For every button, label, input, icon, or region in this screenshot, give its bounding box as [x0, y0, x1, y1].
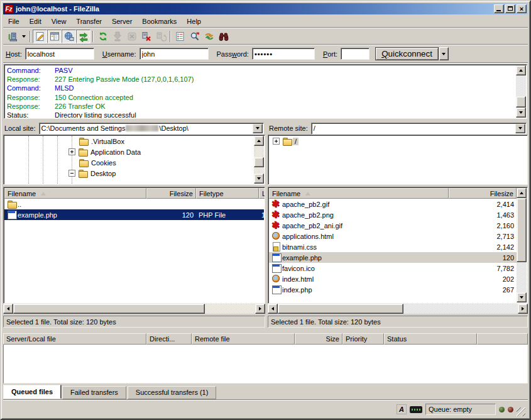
scroll-left-button[interactable] — [268, 304, 278, 314]
column-header-status[interactable]: Status — [384, 333, 477, 345]
local-site-combo[interactable]: C:\Documents and Settings\Desktop\ — [39, 123, 264, 135]
scrollbar-track[interactable] — [517, 198, 527, 292]
file-row[interactable]: index.php267 — [269, 284, 517, 295]
maximize-button[interactable] — [505, 4, 515, 13]
tab-queued-files[interactable]: Queued files — [3, 385, 61, 399]
resize-grip[interactable] — [517, 407, 525, 416]
column-header-filetype[interactable]: Filetype — [196, 188, 259, 199]
column-header-priority[interactable]: Priority — [342, 333, 384, 345]
toggle-local-tree-button[interactable] — [47, 30, 62, 43]
scrollbar-thumb[interactable] — [278, 304, 403, 314]
scroll-right-button[interactable] — [518, 304, 528, 314]
file-row[interactable]: apache_pb2.png1,463 — [269, 209, 517, 220]
file-row[interactable]: apache_pb2.gif2,414 — [269, 199, 517, 209]
log-line: Response:150 Connection accepted — [5, 93, 516, 102]
column-header-filename[interactable]: Filename — [4, 188, 146, 199]
local-site-dropdown-button[interactable] — [253, 124, 263, 133]
log-vertical-scrollbar[interactable] — [516, 65, 526, 118]
site-manager-dropdown-button[interactable] — [19, 30, 28, 43]
tree-item-root[interactable]: / — [269, 136, 527, 146]
column-header-filesize[interactable]: Filesize — [146, 188, 196, 199]
scroll-right-button[interactable] — [255, 304, 265, 314]
process-queue-button[interactable] — [110, 30, 124, 43]
username-input[interactable] — [140, 48, 209, 60]
column-header-filesize[interactable]: Filesize — [449, 188, 517, 199]
file-row[interactable]: bitnami.css2,142 — [269, 241, 517, 252]
tree-item-cookies[interactable]: Cookies — [4, 157, 254, 168]
synchronized-browsing-button[interactable] — [202, 30, 216, 43]
file-row-example-php[interactable]: example.php 120 PHP File 1 — [4, 209, 264, 220]
scroll-left-button[interactable] — [3, 304, 13, 314]
scroll-up-button[interactable] — [254, 136, 264, 146]
scrollbar-thumb[interactable] — [254, 157, 264, 167]
remote-list-vertical-scrollbar[interactable] — [517, 188, 527, 302]
remote-site-dropdown-button[interactable] — [515, 124, 525, 133]
file-row-selected[interactable]: example.php120 — [269, 252, 517, 263]
scrollbar-track[interactable] — [13, 304, 255, 314]
collapse-minus-icon[interactable] — [68, 170, 75, 177]
scrollbar-track[interactable] — [278, 304, 518, 314]
tree-item-application-data[interactable]: Application Data — [4, 146, 254, 157]
scroll-up-button[interactable] — [516, 65, 526, 75]
directory-comparison-button[interactable] — [216, 30, 231, 43]
column-header-filename[interactable]: Filename — [269, 188, 449, 199]
column-header-size[interactable]: Size — [295, 333, 342, 345]
scrollbar-track[interactable] — [254, 146, 264, 174]
menu-help[interactable]: Help — [182, 16, 206, 26]
scroll-down-button[interactable] — [516, 108, 526, 118]
menu-transfer[interactable]: Transfer — [71, 16, 107, 26]
column-header-server-local-file[interactable]: Server/Local file — [3, 333, 146, 345]
toggle-message-log-button[interactable] — [33, 30, 47, 43]
tab-successful-transfers[interactable]: Successful transfers (1) — [128, 386, 217, 399]
scroll-down-button[interactable] — [517, 292, 527, 302]
host-input[interactable] — [25, 48, 94, 60]
scrollbar-thumb[interactable] — [13, 304, 205, 314]
find-files-button[interactable] — [187, 30, 202, 43]
file-row[interactable]: index.html202 — [269, 274, 517, 284]
scrollbar-thumb[interactable] — [517, 198, 527, 262]
expand-plus-icon[interactable] — [68, 148, 75, 155]
quickconnect-dropdown-button[interactable] — [439, 47, 449, 60]
directory-listing-filters-button[interactable] — [173, 30, 187, 43]
cancel-operation-button[interactable] — [124, 30, 139, 43]
column-header-direction[interactable]: Directi... — [146, 333, 192, 345]
column-header-last-modified[interactable]: L — [259, 188, 265, 199]
tree-item-virtualbox[interactable]: .VirtualBox — [4, 136, 254, 146]
transfer-type-ascii-icon[interactable]: A — [397, 404, 407, 414]
scroll-down-button[interactable] — [254, 174, 264, 184]
transfer-queue-body[interactable] — [3, 345, 528, 384]
password-input[interactable] — [252, 48, 315, 60]
local-tree-vertical-scrollbar[interactable] — [254, 136, 264, 184]
refresh-button[interactable] — [96, 30, 110, 43]
menu-file[interactable]: File — [3, 16, 25, 26]
remote-site-combo[interactable]: / — [311, 123, 527, 135]
speed-limits-icon[interactable] — [410, 406, 422, 413]
port-input[interactable] — [341, 48, 370, 60]
file-row[interactable]: favicon.ico7,782 — [269, 263, 517, 274]
menu-edit[interactable]: Edit — [25, 16, 47, 26]
minimize-button[interactable] — [494, 4, 504, 13]
toggle-transfer-queue-button[interactable] — [76, 30, 90, 43]
scrollbar-thumb[interactable] — [516, 96, 526, 108]
tab-failed-transfers[interactable]: Failed transfers — [62, 386, 126, 399]
file-row-parent-dir[interactable]: .. — [4, 199, 264, 209]
title-bar[interactable]: Fz john@localhost - FileZilla × — [3, 3, 528, 14]
site-manager-button[interactable] — [5, 30, 19, 43]
expand-plus-icon[interactable] — [273, 138, 280, 145]
quickconnect-button[interactable]: Quickconnect — [375, 47, 439, 60]
remote-list-horizontal-scrollbar[interactable] — [268, 304, 528, 314]
file-row[interactable]: applications.html2,713 — [269, 231, 517, 241]
toggle-remote-tree-button[interactable] — [62, 30, 76, 43]
menu-bookmarks[interactable]: Bookmarks — [137, 16, 182, 26]
tree-item-desktop[interactable]: Desktop — [4, 168, 254, 179]
menu-server[interactable]: Server — [107, 16, 137, 26]
scrollbar-track[interactable] — [516, 75, 526, 108]
local-list-horizontal-scrollbar[interactable] — [3, 304, 265, 314]
close-button[interactable]: × — [517, 4, 527, 13]
scroll-up-button[interactable] — [517, 188, 527, 198]
disconnect-button[interactable] — [139, 30, 153, 43]
file-row[interactable]: apache_pb2_ani.gif2,160 — [269, 220, 517, 231]
column-header-remote-file[interactable]: Remote file — [192, 333, 295, 345]
menu-view[interactable]: View — [47, 16, 72, 26]
reconnect-button[interactable] — [153, 30, 168, 43]
